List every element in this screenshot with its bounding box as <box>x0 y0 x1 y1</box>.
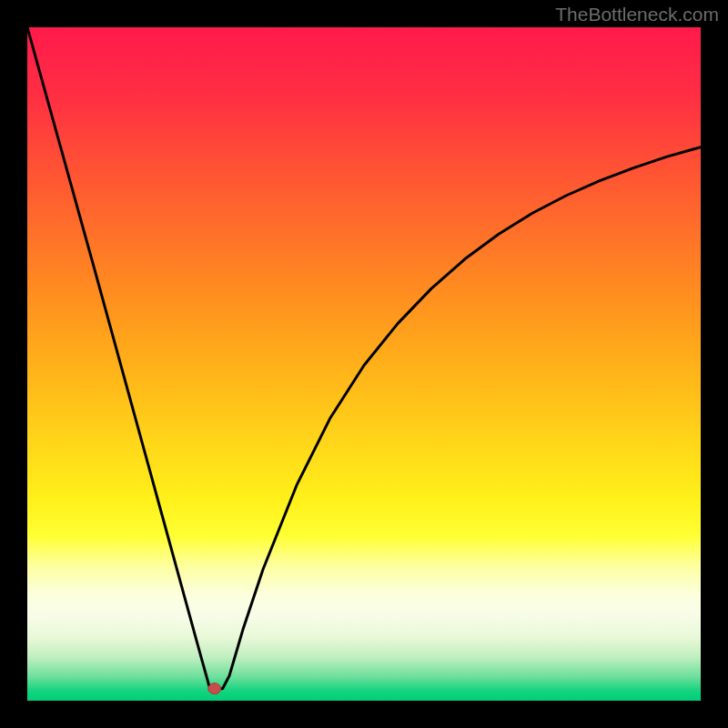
watermark-text: TheBottleneck.com <box>555 4 719 25</box>
chart-frame: TheBottleneck.com <box>0 0 728 728</box>
min-marker <box>208 683 221 694</box>
plot-area <box>27 27 701 701</box>
curve-layer <box>27 27 701 701</box>
bottleneck-curve <box>27 27 701 689</box>
